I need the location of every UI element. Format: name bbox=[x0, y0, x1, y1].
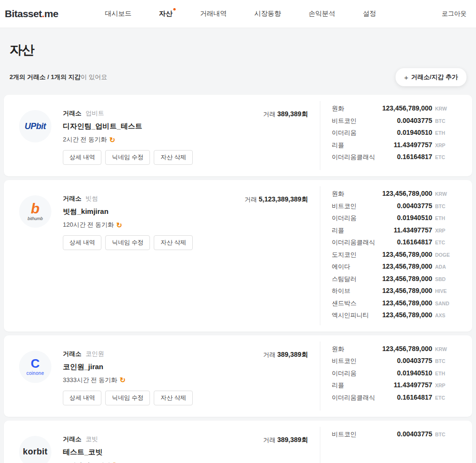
nav-assets[interactable]: 자산 bbox=[159, 10, 172, 18]
exchange-card: UPbit 거래소 업비트 디자인팀_업비트_테스트 2시간 전 동기화 ↻ 상… bbox=[4, 95, 472, 176]
asset-amount: 0.00403775 bbox=[397, 357, 432, 364]
sync-status: 2시간 전 동기화 ↻ bbox=[63, 135, 193, 144]
asset-unit: ETH bbox=[435, 130, 453, 136]
detail-history-button[interactable]: 상세 내역 bbox=[63, 150, 101, 165]
account-info: 거래소 빗썸 빗썸_kimjiran 120시간 전 동기화 ↻ 상세 내역 닉… bbox=[63, 191, 193, 320]
trade-count-suffix: 회 bbox=[301, 110, 308, 118]
asset-unit: XRP bbox=[435, 382, 453, 388]
card-info-section: C coinone 거래소 코인원 코인원_jiran 3333시간 전 동기화… bbox=[4, 335, 320, 417]
asset-unit: ETC bbox=[435, 240, 453, 245]
delete-asset-button[interactable]: 자산 삭제 bbox=[154, 235, 192, 250]
brand-logo[interactable]: Bitasset.me bbox=[5, 8, 58, 20]
asset-name: 원화 bbox=[332, 104, 382, 113]
exchange-type-label: 거래소 bbox=[63, 350, 81, 357]
asset-name: 비트코인 bbox=[332, 117, 397, 125]
asset-row: 비트코인 0.00403775 BTC bbox=[332, 202, 453, 211]
detail-history-button[interactable]: 상세 내역 bbox=[63, 391, 101, 405]
asset-name: 이더리움 bbox=[332, 214, 397, 222]
summary-suffix: 이 있어요 bbox=[81, 73, 108, 81]
exchange-name: 빗썸 bbox=[86, 195, 98, 202]
delete-asset-button[interactable]: 자산 삭제 bbox=[154, 391, 192, 405]
asset-row: 이더리움클래식 0.16164817 ETC bbox=[332, 153, 453, 161]
asset-name: 이더리움 bbox=[332, 129, 397, 137]
edit-nickname-button[interactable]: 닉네임 수정 bbox=[105, 391, 150, 405]
nav-market-trends[interactable]: 시장동향 bbox=[254, 10, 281, 18]
asset-row: 이더리움 0.01940510 ETH bbox=[332, 369, 453, 378]
exchange-logo: UPbit bbox=[19, 110, 51, 142]
asset-amount: 11.43497757 bbox=[394, 381, 432, 389]
edit-nickname-button[interactable]: 닉네임 수정 bbox=[105, 150, 150, 165]
asset-row: 비트코인 0.00403775 BTC bbox=[332, 357, 453, 365]
exchange-logo-text: b bbox=[31, 202, 40, 215]
asset-name: 비트코인 bbox=[332, 202, 397, 211]
exchange-name: 코빗 bbox=[86, 435, 98, 443]
asset-amount: 123,456,789,000 bbox=[382, 311, 432, 319]
account-nickname: 코인원_jiran bbox=[63, 362, 193, 372]
trade-count: 거래 389,389회 bbox=[258, 106, 320, 165]
asset-name: 스팀달러 bbox=[332, 275, 382, 283]
exchange-logo-text: UPbit bbox=[25, 121, 46, 131]
asset-name: 도지코인 bbox=[332, 251, 382, 259]
account-info: 거래소 코인원 코인원_jiran 3333시간 전 동기화 ↻ 상세 내역 닉… bbox=[63, 347, 193, 405]
asset-name: 리플 bbox=[332, 226, 394, 235]
asset-row: 리플 11.43497757 XRP bbox=[332, 141, 453, 150]
exchange-logo-subtext: coinone bbox=[26, 371, 44, 376]
trade-count-value: 389,389 bbox=[277, 351, 301, 358]
asset-row: 비트코인 0.00403775 BTC bbox=[332, 117, 453, 125]
refresh-icon[interactable]: ↻ bbox=[116, 221, 122, 229]
refresh-icon[interactable]: ↻ bbox=[109, 136, 115, 143]
asset-amount: 123,456,789,000 bbox=[382, 287, 432, 294]
asset-name: 이더리움클래식 bbox=[332, 153, 397, 161]
trade-count-suffix: 회 bbox=[301, 436, 308, 443]
delete-asset-button[interactable]: 자산 삭제 bbox=[154, 150, 192, 165]
exchange-logo: C coinone bbox=[19, 351, 51, 383]
trade-count-value: 389,389 bbox=[277, 436, 301, 443]
asset-name: 비트코인 bbox=[332, 430, 397, 439]
asset-row: 원화 123,456,789,000 KRW bbox=[332, 190, 453, 198]
exchange-type-row: 거래소 업비트 bbox=[63, 109, 193, 118]
asset-name: 이더리움클래식 bbox=[332, 238, 397, 247]
exchange-logo: b bithumb bbox=[19, 195, 51, 228]
asset-row: 샌드박스 123,456,789,000 SAND bbox=[332, 299, 453, 308]
refresh-icon[interactable]: ↻ bbox=[119, 376, 126, 383]
summary-text: 2개의 거래소 / 1개의 지갑이 있어요 bbox=[10, 73, 107, 81]
account-info: 거래소 업비트 디자인팀_업비트_테스트 2시간 전 동기화 ↻ 상세 내역 닉… bbox=[63, 106, 193, 165]
nav-dashboard[interactable]: 대시보드 bbox=[105, 10, 131, 18]
trade-count-suffix: 회 bbox=[301, 351, 308, 358]
asset-row: 리플 11.43497757 XRP bbox=[332, 226, 453, 235]
asset-unit: XRP bbox=[435, 142, 453, 148]
logout-button[interactable]: 로그아웃 bbox=[442, 10, 466, 18]
asset-amount: 123,456,789,000 bbox=[382, 345, 432, 352]
exchange-type-row: 거래소 빗썸 bbox=[63, 194, 193, 203]
asset-row: 스팀달러 123,456,789,000 SBD bbox=[332, 275, 453, 283]
asset-row: 이더리움 0.01940510 ETH bbox=[332, 129, 453, 137]
asset-unit: ETH bbox=[435, 371, 453, 376]
detail-history-button[interactable]: 상세 내역 bbox=[63, 235, 101, 250]
asset-amount: 0.16164817 bbox=[397, 238, 432, 246]
nav-trade-history[interactable]: 거래내역 bbox=[200, 10, 227, 18]
card-actions: 상세 내역 닉네임 수정 자산 삭제 bbox=[63, 235, 193, 250]
sync-status: 3333시간 전 동기화 ↻ bbox=[63, 376, 193, 384]
add-exchange-wallet-button[interactable]: + 거래소/지갑 추가 bbox=[396, 68, 466, 86]
edit-nickname-button[interactable]: 닉네임 수정 bbox=[105, 235, 150, 250]
asset-row: 이더리움클래식 0.16164817 ETC bbox=[332, 393, 453, 402]
asset-name: 원화 bbox=[332, 190, 382, 198]
asset-list: 원화 123,456,789,000 KRW 비트코인 0.00403775 B… bbox=[320, 342, 472, 411]
brand-part1: Bitasset bbox=[5, 8, 42, 19]
asset-row: 도지코인 123,456,789,000 DOGE bbox=[332, 251, 453, 259]
trade-count-suffix: 회 bbox=[301, 195, 308, 203]
nav-settings[interactable]: 설정 bbox=[363, 10, 376, 18]
nav-profit-analysis[interactable]: 손익분석 bbox=[308, 10, 335, 18]
exchange-logo-subtext: bithumb bbox=[28, 216, 43, 221]
asset-unit: ETH bbox=[435, 215, 453, 221]
asset-unit: ETC bbox=[435, 395, 453, 401]
asset-name: 리플 bbox=[332, 381, 394, 390]
exchange-type-row: 거래소 코빗 bbox=[63, 435, 193, 443]
assets-page: 자산 2개의 거래소 / 1개의 지갑이 있어요 + 거래소/지갑 추가 UPb… bbox=[0, 41, 476, 463]
summary-count: 2개의 거래소 / 1개의 지갑 bbox=[10, 73, 81, 81]
asset-amount: 123,456,789,000 bbox=[382, 275, 432, 282]
asset-name: 에이다 bbox=[332, 262, 382, 271]
asset-list: 원화 123,456,789,000 KRW 비트코인 0.00403775 B… bbox=[320, 186, 472, 325]
asset-name: 원화 bbox=[332, 345, 382, 353]
account-nickname: 디자인팀_업비트_테스트 bbox=[63, 122, 193, 131]
